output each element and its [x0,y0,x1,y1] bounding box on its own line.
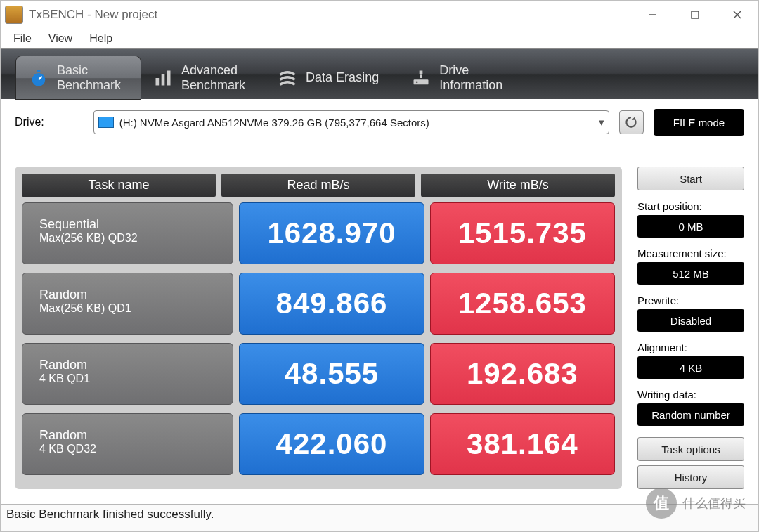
minimize-button[interactable] [632,1,674,29]
svg-point-11 [416,81,418,83]
stopwatch-icon [29,68,48,88]
task-cell[interactable]: Sequential Max(256 KB) QD32 [22,202,233,264]
writing-data-value[interactable]: Random number [637,403,744,426]
maximize-button[interactable] [674,1,716,29]
read-value: 1628.970 [239,202,424,264]
result-row: Random 4 KB QD1 48.555 192.683 [22,343,615,405]
measurement-size-label: Measurement size: [637,247,744,259]
drive-select[interactable]: (H:) NVMe Asgard AN512NVMe 379.26 GB (79… [93,110,609,134]
task-cell[interactable]: Random Max(256 KB) QD1 [22,273,233,335]
side-panel: Start Start position: 0 MB Measurement s… [637,167,744,489]
drive-info-icon [411,68,431,88]
read-value: 48.555 [239,343,424,405]
chevron-down-icon: ▾ [599,116,604,129]
task-cell[interactable]: Random 4 KB QD1 [22,343,233,405]
alignment-label: Alignment: [637,342,744,353]
title-bar: TxBENCH - New project [1,1,758,29]
status-bar: Basic Benchmark finished successfully. [1,504,758,531]
result-row: Random 4 KB QD32 422.060 381.164 [22,413,615,475]
write-value: 1258.653 [430,273,615,335]
work-area: Drive: (H:) NVMe Asgard AN512NVMe 379.26… [1,99,758,489]
prewrite-value[interactable]: Disabled [637,309,744,332]
read-value: 422.060 [239,413,424,475]
nav-tabs: BasicBenchmark AdvancedBenchmark Data Er… [1,48,758,99]
svg-rect-12 [420,70,423,74]
svg-rect-1 [692,11,699,18]
write-value: 381.164 [430,413,615,475]
app-icon [5,6,23,24]
tab-label: AdvancedBenchmark [181,63,245,92]
erase-icon [278,68,297,88]
header-write: Write mB/s [421,174,615,197]
svg-rect-8 [162,74,165,85]
window-title: TxBENCH - New project [29,8,157,22]
tab-advanced-benchmark[interactable]: AdvancedBenchmark [141,56,265,99]
close-button[interactable] [716,1,758,29]
svg-rect-9 [167,70,171,85]
start-position-value[interactable]: 0 MB [637,215,744,238]
drive-icon [98,117,114,128]
tab-basic-benchmark[interactable]: BasicBenchmark [16,56,141,99]
tab-label: Data Erasing [306,70,379,85]
menu-help[interactable]: Help [82,31,119,46]
drive-row: Drive: (H:) NVMe Asgard AN512NVMe 379.26… [15,109,744,136]
svg-rect-5 [37,70,41,72]
prewrite-label: Prewrite: [637,294,744,306]
tab-label: DriveInformation [439,63,502,92]
result-row: Sequential Max(256 KB) QD32 1628.970 151… [22,202,615,264]
result-row: Random Max(256 KB) QD1 849.866 1258.653 [22,273,615,335]
refresh-button[interactable] [619,110,644,134]
drive-selected-text: (H:) NVMe Asgard AN512NVMe 379.26 GB (79… [119,117,429,129]
tab-data-erasing[interactable]: Data Erasing [265,56,398,99]
header-read: Read mB/s [221,174,415,197]
write-value: 1515.735 [430,202,615,264]
read-value: 849.866 [239,273,424,335]
refresh-icon [624,115,638,129]
write-value: 192.683 [430,343,615,405]
menu-file[interactable]: File [6,31,39,46]
measurement-size-value[interactable]: 512 MB [637,262,744,285]
header-task: Task name [22,174,216,197]
menu-bar: File View Help [1,29,758,48]
start-button[interactable]: Start [637,167,744,190]
start-position-label: Start position: [637,200,744,212]
tab-label: BasicBenchmark [57,63,121,92]
task-options-button[interactable]: Task options [637,437,744,461]
app-window: TxBENCH - New project File View Help Bas… [0,0,759,532]
writing-data-label: Writing data: [637,389,744,401]
task-cell[interactable]: Random 4 KB QD32 [22,413,233,475]
svg-rect-10 [414,79,429,84]
drive-label: Drive: [15,116,84,129]
file-mode-button[interactable]: FILE mode [654,109,744,136]
alignment-value[interactable]: 4 KB [637,356,744,379]
svg-rect-7 [156,78,160,86]
svg-rect-13 [420,74,422,78]
menu-view[interactable]: View [41,31,79,46]
results-panel: Task name Read mB/s Write mB/s Sequentia… [15,167,622,489]
bar-chart-icon [153,68,173,88]
tab-drive-information[interactable]: DriveInformation [398,56,522,99]
history-button[interactable]: History [637,465,744,489]
